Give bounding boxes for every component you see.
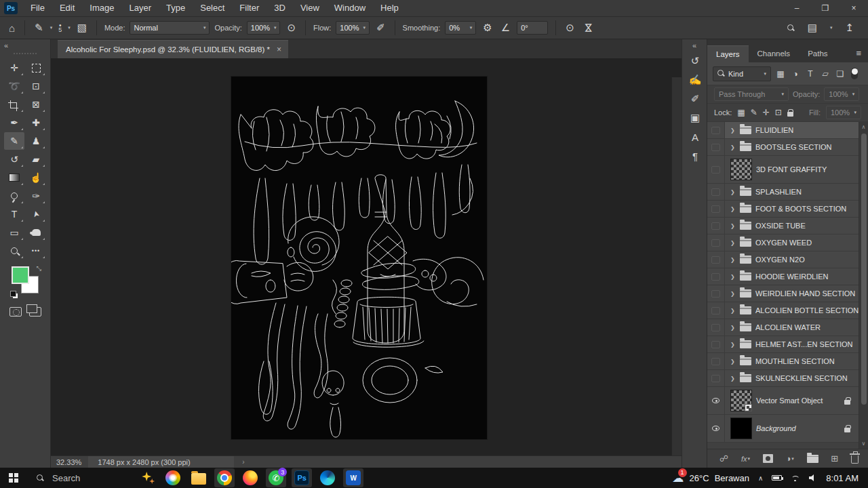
layer-row-body[interactable]: ❯ 3D FONT GRAFFITY	[725, 156, 859, 183]
visibility-toggle[interactable]	[707, 139, 725, 155]
expand-chevron-icon[interactable]: ❯	[730, 257, 736, 263]
layer-row-body[interactable]: ❯ SPLASHLIEN	[725, 184, 859, 200]
visibility-toggle[interactable]	[707, 336, 725, 352]
layer-row[interactable]: ❯ HOODIE WEIRDLIEN	[707, 268, 859, 285]
layer-row-body[interactable]: ❯ HELMET AST...EN SECTION	[725, 336, 859, 352]
tab-close-icon[interactable]: ×	[277, 45, 281, 54]
layer-row-body[interactable]: ❯ OXYGEN WEED	[725, 235, 859, 251]
clock[interactable]: 8:01 AM	[826, 473, 859, 483]
expand-chevron-icon[interactable]: ❯	[730, 359, 736, 365]
layers-scrollbar[interactable]: ∧ ∨	[859, 122, 868, 449]
scroll-down-icon[interactable]: ∨	[862, 439, 866, 449]
share-icon[interactable]: ↥	[843, 22, 856, 34]
taskbar-search[interactable]: Search	[27, 473, 90, 483]
swap-colors-icon[interactable]: ⤡	[37, 265, 41, 272]
filter-smart-object-icon[interactable]: ❏	[835, 69, 846, 79]
restore-button[interactable]: ❐	[811, 0, 840, 16]
panel-tab[interactable]: Channels	[749, 45, 800, 62]
layer-row[interactable]: ❯ ALCOLIEN WATER	[707, 319, 859, 336]
search-icon[interactable]	[787, 24, 795, 32]
dock-panel-icon[interactable]: ¶	[682, 146, 708, 165]
foreground-color-swatch[interactable]	[12, 266, 29, 284]
menu-item[interactable]: Window	[327, 0, 373, 16]
chevron-down-icon[interactable]: ▾	[50, 25, 53, 30]
layer-thumbnail[interactable]	[730, 390, 752, 411]
visibility-toggle[interactable]	[707, 184, 725, 200]
panel-menu-icon[interactable]: ≡	[856, 48, 868, 62]
visibility-toggle[interactable]	[707, 285, 725, 302]
tool-button[interactable]: ⊡	[26, 77, 46, 95]
visibility-toggle[interactable]	[707, 235, 725, 251]
filter-type-icon[interactable]: T	[805, 69, 816, 79]
menu-item[interactable]: Edit	[52, 0, 82, 16]
menu-item[interactable]: Filter	[232, 0, 267, 16]
layer-row-body[interactable]: ❯ MOUTHLIEN SECTION	[725, 353, 859, 369]
lock-position-icon[interactable]: ✛	[763, 108, 770, 117]
taskbar-app-icon[interactable]	[240, 468, 260, 487]
tool-button[interactable]	[26, 59, 46, 77]
close-button[interactable]: ×	[840, 0, 868, 16]
visibility-toggle[interactable]	[707, 302, 725, 319]
layer-row-body[interactable]: ❯ ALCOLIEN WATER	[725, 319, 859, 336]
airbrush-icon[interactable]: ✐	[374, 22, 387, 34]
tool-button[interactable]: ⊠	[26, 96, 46, 113]
menu-item[interactable]: File	[23, 0, 52, 16]
tool-button[interactable]	[4, 187, 24, 205]
layer-row-body[interactable]: ❯ FLUIDLIEN	[725, 122, 859, 138]
taskbar-app-icon[interactable]	[189, 468, 209, 487]
visibility-toggle[interactable]	[707, 319, 725, 336]
dock-panel-icon[interactable]: ▣	[682, 108, 708, 127]
chevron-down-icon[interactable]: ▾	[68, 25, 71, 30]
layer-effects-icon[interactable]: fx ▾	[741, 455, 750, 463]
layer-row[interactable]: ❯ OXYGEN N2O	[707, 251, 859, 268]
symmetry-butterfly-icon[interactable]: ⋈	[582, 21, 594, 35]
visibility-toggle[interactable]	[707, 268, 725, 285]
tool-button[interactable]: ♟	[26, 132, 46, 150]
pressure-opacity-icon[interactable]: ⊙	[285, 22, 298, 34]
layer-fill-input[interactable]: 100% ▾	[826, 106, 861, 119]
taskbar-app-icon[interactable]: Ps	[292, 468, 312, 487]
menu-item[interactable]: Image	[82, 0, 121, 16]
volume-icon[interactable]	[809, 474, 817, 481]
layer-row[interactable]: ❯ OXSIDE TUBE	[707, 218, 859, 235]
layer-row-body[interactable]: ❯ ALCOLIEN BOTTLE SECTION	[725, 302, 859, 319]
layer-blend-mode-select[interactable]: Pass Through ▾	[714, 87, 789, 101]
expand-chevron-icon[interactable]: ❯	[730, 144, 736, 150]
dock-panel-icon[interactable]: ✍	[682, 70, 708, 89]
filter-toggle-switch[interactable]	[851, 68, 858, 79]
layer-row[interactable]: ❯ MOUTHLIEN SECTION	[707, 353, 859, 370]
start-button[interactable]	[0, 468, 27, 488]
layer-row-body[interactable]: ❯ SKULNECKLIEN SECTION	[725, 370, 859, 386]
quick-mask-icon[interactable]	[9, 307, 22, 317]
tool-button[interactable]	[4, 169, 24, 186]
link-layers-icon[interactable]: ☍	[719, 453, 728, 464]
opacity-select[interactable]: 100% ▾	[247, 21, 281, 35]
expand-chevron-icon[interactable]: ❯	[730, 189, 736, 195]
filter-kind-select[interactable]: Kind ▾	[713, 66, 771, 81]
add-layer-mask-icon[interactable]	[763, 454, 773, 463]
tool-button[interactable]: ✛	[4, 59, 24, 77]
canvas-scrollbar[interactable]	[671, 77, 682, 455]
layer-thumbnail[interactable]	[730, 159, 752, 180]
filter-adjustment-icon[interactable]: ◑	[790, 69, 801, 79]
dock-panel-icon[interactable]: ✐	[682, 89, 708, 108]
panel-tab[interactable]: Paths	[799, 45, 836, 62]
lock-artboard-icon[interactable]: ⊡	[775, 108, 782, 117]
menu-item[interactable]: Select	[193, 0, 232, 16]
visibility-toggle[interactable]	[707, 370, 725, 386]
brush-size-picker[interactable]: • 5	[57, 23, 63, 33]
expand-chevron-icon[interactable]: ❯	[730, 325, 736, 331]
expand-chevron-icon[interactable]: ❯	[730, 342, 736, 348]
layer-row[interactable]: ❯ SPLASHLIEN	[707, 184, 859, 201]
panel-grip[interactable]	[14, 53, 37, 55]
expand-chevron-icon[interactable]: ❯	[730, 375, 736, 382]
blend-mode-select[interactable]: Normal ▾	[130, 21, 210, 35]
taskbar-app-icon[interactable]: W	[343, 468, 363, 487]
tool-button[interactable]: ✎	[4, 132, 24, 150]
tool-button[interactable]	[4, 242, 24, 260]
wifi-icon[interactable]	[791, 475, 800, 481]
layer-row[interactable]: ❯ HELMET AST...EN SECTION	[707, 336, 859, 353]
layer-row-body[interactable]: ❯ HOODIE WEIRDLIEN	[725, 268, 859, 285]
tray-expand-chevron-icon[interactable]: ∧	[758, 474, 763, 482]
layer-row-body[interactable]: ❯ BOOTSLEG SECTION	[725, 139, 859, 155]
